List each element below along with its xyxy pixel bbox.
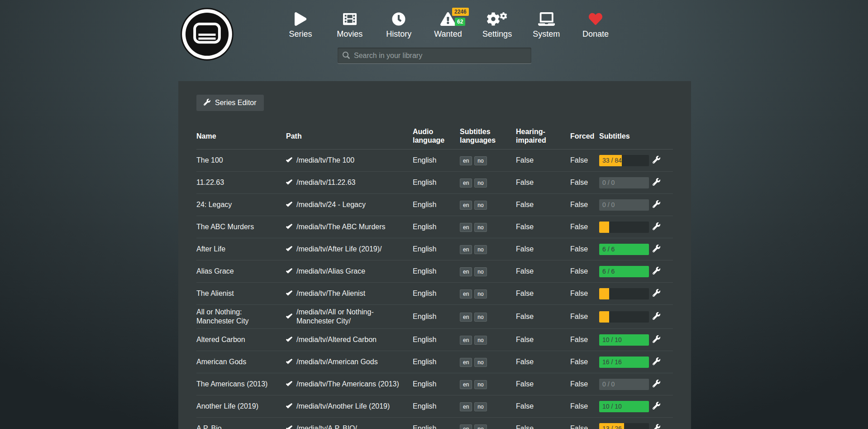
wrench-icon (653, 156, 660, 165)
subtitles-progress: 0 / 0 (599, 177, 649, 188)
edit-series-button[interactable] (653, 312, 660, 321)
subtitles-progress (599, 311, 649, 323)
search-input[interactable] (338, 48, 531, 63)
subtitles-progress: 10 / 10 (599, 334, 649, 346)
subtitle-languages: enno (460, 216, 516, 238)
series-path: /media/tv/The ABC Murders (296, 222, 386, 231)
check-icon (286, 359, 292, 365)
language-badge: en (460, 336, 472, 345)
film-icon (343, 12, 357, 26)
series-name: All or Nothing: Manchester City (196, 305, 286, 329)
series-path: /media/tv/All or Nothing- Manchester Cit… (296, 308, 408, 326)
column-header-path: Path (286, 123, 413, 149)
audio-language: English (413, 149, 460, 172)
forced-value: False (570, 238, 599, 260)
forced-value: False (570, 260, 599, 283)
nav-wanted-label: Wanted (434, 29, 462, 39)
subtitle-languages: enno (460, 395, 516, 418)
subtitle-languages: enno (460, 373, 516, 395)
language-badge: no (474, 313, 486, 322)
forced-value: False (570, 329, 599, 351)
app-logo[interactable] (180, 7, 234, 61)
nav-series[interactable]: Series (277, 12, 324, 39)
series-name: American Gods (196, 351, 286, 373)
series-editor-button[interactable]: Series Editor (196, 95, 264, 111)
edit-series-button[interactable] (653, 289, 660, 298)
language-badge: no (474, 201, 486, 210)
main-nav: Series Movies History 2246 62 Wanted (277, 12, 620, 39)
column-header-subtitles-languages: Subtitles languages (460, 123, 516, 149)
wrench-icon (653, 200, 660, 209)
progress-label: 0 / 0 (602, 379, 615, 390)
subtitles-progress: 6 / 6 (599, 266, 649, 277)
forced-value: False (570, 305, 599, 329)
hearing-impaired-value: False (516, 418, 570, 429)
subtitles-progress: 13 / 26 (599, 423, 649, 429)
series-path: /media/tv/Altered Carbon (296, 335, 377, 344)
audio-language: English (413, 329, 460, 351)
column-header-actions (653, 123, 673, 149)
series-name: Altered Carbon (196, 329, 286, 351)
audio-language: English (413, 260, 460, 283)
edit-series-button[interactable] (653, 200, 660, 209)
nav-system[interactable]: System (522, 12, 570, 39)
subtitle-languages: enno (460, 418, 516, 429)
progress-label: 10 / 10 (602, 401, 622, 412)
language-badge: no (474, 380, 486, 389)
language-badge: no (474, 424, 486, 429)
hearing-impaired-value: False (516, 283, 570, 305)
edit-series-button[interactable] (653, 267, 660, 276)
nav-donate[interactable]: Donate (572, 12, 620, 39)
check-icon (286, 202, 292, 208)
nav-movies[interactable]: Movies (326, 12, 374, 39)
language-badge: en (460, 402, 472, 411)
wrench-icon (653, 424, 660, 429)
progress-label: 16 / 16 (602, 357, 622, 368)
series-editor-label: Series Editor (215, 99, 257, 107)
nav-history[interactable]: History (375, 12, 423, 39)
progress-label: 33 / 84 (602, 155, 622, 166)
forced-value: False (570, 216, 599, 238)
subtitle-languages: enno (460, 260, 516, 283)
check-icon (286, 313, 292, 320)
edit-series-button[interactable] (653, 424, 660, 429)
edit-series-button[interactable] (653, 357, 660, 366)
column-header-subtitles: Subtitles (599, 123, 653, 149)
edit-series-button[interactable] (653, 402, 660, 411)
language-badge: en (460, 156, 472, 165)
table-row: After Life /media/tv/After Life (2019)/ … (196, 238, 673, 260)
audio-language: English (413, 172, 460, 194)
table-row: The Alienist /media/tv/The Alienist Engl… (196, 283, 673, 305)
series-path: /media/tv/Alias Grace (296, 267, 365, 276)
subtitle-languages: enno (460, 149, 516, 172)
check-icon (286, 157, 292, 164)
edit-series-button[interactable] (653, 245, 660, 254)
nav-settings-label: Settings (482, 29, 512, 39)
language-badge: en (460, 245, 472, 254)
check-icon (286, 268, 292, 275)
audio-language: English (413, 194, 460, 216)
language-badge: en (460, 201, 472, 210)
hearing-impaired-value: False (516, 172, 570, 194)
edit-series-button[interactable] (653, 222, 660, 231)
edit-series-button[interactable] (653, 335, 660, 344)
nav-settings[interactable]: Settings (473, 12, 521, 39)
language-badge: en (460, 178, 472, 188)
table-header-row: Name Path Audio language Subtitles langu… (196, 123, 673, 149)
edit-series-button[interactable] (653, 380, 660, 389)
edit-series-button[interactable] (653, 178, 660, 187)
wrench-icon (653, 312, 660, 321)
subtitles-progress: 0 / 0 (599, 379, 649, 390)
table-row: Altered Carbon /media/tv/Altered Carbon … (196, 329, 673, 351)
edit-series-button[interactable] (653, 156, 660, 165)
forced-value: False (570, 418, 599, 429)
wrench-icon (653, 380, 660, 389)
language-badge: en (460, 267, 472, 276)
series-path: /media/tv/24 - Legacy (296, 200, 366, 209)
column-header-name: Name (196, 123, 286, 149)
progress-label: 0 / 0 (602, 177, 615, 188)
nav-wanted[interactable]: 2246 62 Wanted (424, 12, 472, 39)
subtitle-languages: enno (460, 238, 516, 260)
subtitle-languages: enno (460, 329, 516, 351)
forced-value: False (570, 395, 599, 418)
